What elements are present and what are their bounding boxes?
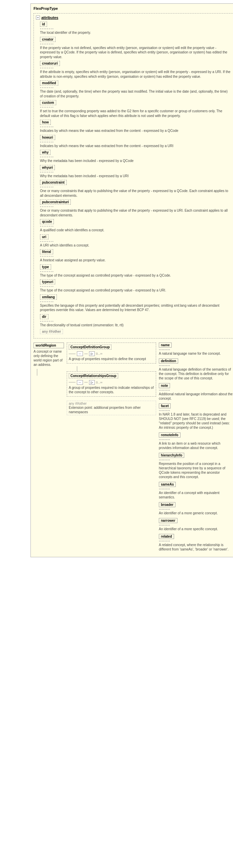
concept-dots-facet: ▪▪▪▪▪▪▪▪ xyxy=(159,409,233,412)
field-dots-pubconstraint: ▪▪▪▪▪▪▪▪ xyxy=(40,185,231,189)
concept-dots-related: ▪▪▪▪▪▪▪▪ xyxy=(159,539,233,543)
connector-arrow-2: ▷ xyxy=(89,380,95,385)
field-entry-howuri: howuri ▪▪▪▪▪▪▪▪ Indicates by which means… xyxy=(40,135,231,148)
field-entry-uri: uri ▪▪▪▪▪▪▪▪ A URI which identifies a co… xyxy=(40,234,231,248)
type-title: FlexPropType xyxy=(34,6,233,10)
field-desc-modified: The date (and, optionally, the time) whe… xyxy=(40,89,231,98)
field-entry-type: type ▪▪▪▪▪▪▪▪ The type of the concept as… xyxy=(40,264,231,278)
concept-definition-group: ConceptDefinitionGroup ··· ▷ 0...∞ A gro… xyxy=(67,343,156,363)
field-desc-dir: The directionality of textual content (e… xyxy=(40,323,231,328)
concept-desc-sameAs: An identifier of a concept with equivale… xyxy=(159,491,233,499)
field-desc-type: The type of the concept assigned as cont… xyxy=(40,273,231,278)
concept-item-remoteInfo: remoteInfo ▪▪▪▪▪▪▪▪ A link to an item or… xyxy=(159,432,233,450)
concept-item-narrower: narrower ▪▪▪▪▪▪▪▪ An identifier of a mor… xyxy=(159,518,233,531)
concept-name-broader: broader xyxy=(159,502,175,507)
field-name-why: why xyxy=(40,150,50,155)
field-desc-creatoruri: If the attribute is empty, specifies whi… xyxy=(40,70,231,79)
collapse-button[interactable]: − xyxy=(36,16,40,20)
field-desc-how: Indicates by which means the value was e… xyxy=(40,128,231,133)
field-name-id: id xyxy=(40,22,47,27)
concept-item-facet: facet ▪▪▪▪▪▪▪▪ In NAR 1.8 and later, fac… xyxy=(159,403,233,430)
field-dots-xmllang: ▪▪▪▪▪▪▪▪ xyxy=(40,300,231,303)
field-entry-whyuri: whyuri ▪▪▪▪▪▪▪▪ Why the metadata has bee… xyxy=(40,165,231,179)
world-region-box: worldRegion xyxy=(34,343,64,348)
connector-dots-1: ··· xyxy=(77,351,83,356)
concept-desc-related: A related concept, where the relationshi… xyxy=(159,543,233,552)
concept-item-broader: broader ▪▪▪▪▪▪▪▪ An identifier of a more… xyxy=(159,502,233,515)
center-groups: ConceptDefinitionGroup ··· ▷ 0...∞ A gro… xyxy=(64,343,159,415)
group-connector-2: ··· ▷ 0...∞ xyxy=(69,380,154,385)
field-dots-howuri: ▪▪▪▪▪▪▪▪ xyxy=(40,140,231,144)
field-entry-qcode: qcode ▪▪▪▪▪▪▪▪ A qualified code which id… xyxy=(40,219,231,233)
field-name-creator: creator xyxy=(40,37,56,42)
concept-dots-sameAs: ▪▪▪▪▪▪▪▪ xyxy=(159,487,233,491)
concept-dots-hierarchyInfo: ▪▪▪▪▪▪▪▪ xyxy=(159,458,233,462)
field-entry-dir: dir ▪▪▪▪▪▪▪▪ The directionality of textu… xyxy=(40,314,231,328)
concept-name-hierarchyInfo: hierarchyInfo xyxy=(159,453,184,458)
field-name-custom: custom xyxy=(40,100,56,105)
field-name-qcode: qcode xyxy=(40,219,54,224)
field-desc-id: The local identifier of the property. xyxy=(40,30,231,35)
connector-arrow-1: ▷ xyxy=(89,351,95,356)
field-entry-literal: literal ▪▪▪▪▪▪▪▪ A freetext value assign… xyxy=(40,249,231,263)
field-dots-type: ▪▪▪▪▪▪▪▪ xyxy=(40,270,231,273)
field-desc-whyuri: Why the metadata has been included - exp… xyxy=(40,174,231,179)
multiplicity-2: 0...∞ xyxy=(96,381,103,384)
field-dots-why: ▪▪▪▪▪▪▪▪ xyxy=(40,155,231,159)
concept-name-related: related xyxy=(159,534,174,539)
field-dots-whyuri: ▪▪▪▪▪▪▪▪ xyxy=(40,170,231,174)
field-desc-pubconstraint: One or many constraints that apply to pu… xyxy=(40,189,231,198)
concept-desc-facet: In NAR 1.8 and later, facet is deprecate… xyxy=(159,412,233,430)
field-name-how: how xyxy=(40,120,51,125)
concept-definition-group-desc: A group of properties required to define… xyxy=(69,357,154,361)
concept-item-sameAs: sameAs ▪▪▪▪▪▪▪▪ An identifier of a conce… xyxy=(159,482,233,499)
concept-desc-name: A natural language name for the concept. xyxy=(159,351,233,356)
concept-relationships-group-desc: A group of properties required to indica… xyxy=(69,385,154,395)
concept-desc-hierarchyInfo: Represents the position of a concept in … xyxy=(159,462,233,479)
field-dots-creator: ▪▪▪▪▪▪▪▪ xyxy=(40,42,231,46)
concept-item-definition: definition ▪▪▪▪▪▪▪▪ A natural language d… xyxy=(159,358,233,380)
concept-relationships-group-name: ConceptRelationshipsGroup xyxy=(69,373,118,378)
right-concepts: name ▪▪▪▪▪▪▪▪ A natural language name fo… xyxy=(159,343,233,554)
main-content-box: FlexPropType − attributes id ▪▪▪▪▪▪▪▪ Th… xyxy=(30,3,233,557)
field-name-uri: uri xyxy=(40,234,48,239)
connector-dots-2: ··· xyxy=(77,380,83,385)
any-other-bottom-box: any ##other Extension point: additional … xyxy=(67,401,156,415)
field-name-type: type xyxy=(40,264,51,269)
field-dots-qcode: ▪▪▪▪▪▪▪▪ xyxy=(40,225,231,228)
bottom-section: worldRegion A concept or name only defin… xyxy=(34,343,233,554)
field-name-pubconstraint: pubconstraint xyxy=(40,180,67,185)
field-name-howuri: howuri xyxy=(40,135,55,140)
concept-desc-narrower: An identifier of a more specific concept… xyxy=(159,527,233,531)
concept-dots-narrower: ▪▪▪▪▪▪▪▪ xyxy=(159,523,233,527)
field-desc-custom: If set to true the corresponding propert… xyxy=(40,109,231,118)
concept-name-definition: definition xyxy=(159,358,178,363)
concept-name-name: name xyxy=(159,343,172,348)
concept-name-remoteInfo: remoteInfo xyxy=(159,432,181,438)
field-dots-literal: ▪▪▪▪▪▪▪▪ xyxy=(40,255,231,258)
field-name-typeuri: typeuri xyxy=(40,279,55,284)
field-dots-creatoruri: ▪▪▪▪▪▪▪▪ xyxy=(40,66,231,70)
concept-item-hierarchyInfo: hierarchyInfo ▪▪▪▪▪▪▪▪ Represents the po… xyxy=(159,453,233,479)
field-name-pubconstrainturi: pubconstrainturi xyxy=(40,200,71,205)
concept-name-note: note xyxy=(159,383,170,388)
field-dots-dir: ▪▪▪▪▪▪▪▪ xyxy=(40,320,231,323)
concept-dots-broader: ▪▪▪▪▪▪▪▪ xyxy=(159,508,233,511)
field-entry-creatoruri: creatoruri ▪▪▪▪▪▪▪▪ If the attribute is … xyxy=(40,61,231,79)
concept-dots-note: ▪▪▪▪▪▪▪▪ xyxy=(159,389,233,392)
attrs-label: attributes xyxy=(41,16,58,20)
field-desc-typeuri: The type of the concept assigned as cont… xyxy=(40,288,231,293)
field-desc-pubconstrainturi: One or many constraints that apply to pu… xyxy=(40,208,231,217)
any-other-bottom-label: any ##other xyxy=(69,402,87,405)
field-entry-typeuri: typeuri ▪▪▪▪▪▪▪▪ The type of the concept… xyxy=(40,279,231,293)
field-name-whyuri: whyuri xyxy=(40,165,55,170)
field-entry-how: how ▪▪▪▪▪▪▪▪ Indicates by which means th… xyxy=(40,120,231,133)
concept-relationships-group: ConceptRelationshipsGroup ··· ▷ 0...∞ A … xyxy=(67,371,156,397)
page: FlexPropType − attributes id ▪▪▪▪▪▪▪▪ Th… xyxy=(0,0,233,868)
concept-dots-definition: ▪▪▪▪▪▪▪▪ xyxy=(159,364,233,367)
concept-definition-group-name: ConceptDefinitionGroup xyxy=(69,345,111,350)
multiplicity-1: 0...∞ xyxy=(96,352,103,355)
any-other-bottom-desc: Extension point: additional properties f… xyxy=(69,405,154,414)
field-desc-why: Why the metadata has been included - exp… xyxy=(40,159,231,163)
field-name-creatoruri: creatoruri xyxy=(40,61,60,66)
